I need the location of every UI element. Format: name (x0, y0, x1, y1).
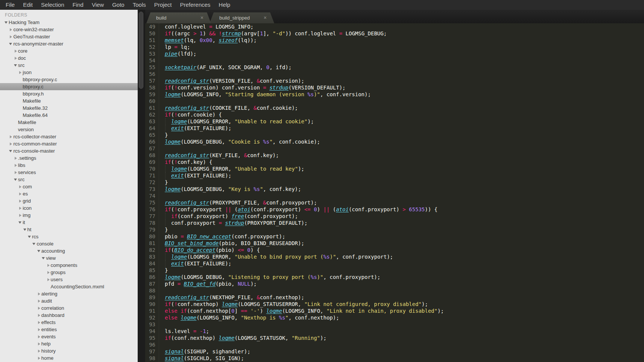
code-line-text[interactable]: if((argc > 1) && !strcmp(argv[1], "-d"))… (165, 30, 387, 37)
tree-item-ht[interactable]: ht (0, 226, 138, 233)
disclosure-collapsed-icon[interactable] (47, 278, 51, 282)
tree-item-groups[interactable]: groups (0, 269, 138, 276)
tree-item-grid[interactable]: grid (0, 197, 138, 204)
disclosure-collapsed-icon[interactable] (37, 349, 41, 353)
tree-item-json[interactable]: json (0, 69, 138, 76)
disclosure-collapsed-icon[interactable] (14, 164, 18, 167)
tree-item-rcs-console-master[interactable]: rcs-console-master (0, 147, 138, 154)
code-line-text[interactable]: readconfig_str(VERSION_FILE, &conf.versi… (165, 77, 304, 84)
disclosure-collapsed-icon[interactable] (18, 199, 23, 203)
disclosure-collapsed-icon[interactable] (9, 135, 13, 139)
disclosure-expanded-icon[interactable] (9, 149, 13, 153)
tree-item-bbproxy-c[interactable]: bbproxy.c (0, 83, 138, 90)
code-line-text[interactable]: if(conf.proxyport) free(conf.proxyport); (171, 213, 298, 220)
code-line-text[interactable]: exit(EXIT_FAILURE); (171, 172, 231, 179)
code-line-text[interactable]: socketpair(AF_UNIX, SOCK_DGRAM, 0, ifd); (165, 64, 292, 71)
tree-item-img[interactable]: img (0, 212, 138, 219)
tree-item-core-win32-master[interactable]: core-win32-master (0, 26, 138, 33)
disclosure-expanded-icon[interactable] (42, 256, 46, 260)
menu-item-help[interactable]: Help (214, 0, 234, 10)
tree-item-core[interactable]: core (0, 47, 138, 55)
code-line-text[interactable]: logme(LOGMSG_DEBUG, "Cookie is %s", conf… (165, 138, 320, 145)
menu-item-preferences[interactable]: Preferences (176, 0, 214, 10)
tree-item-users[interactable]: users (0, 276, 138, 283)
disclosure-collapsed-icon[interactable] (14, 156, 18, 160)
disclosure-collapsed-icon[interactable] (9, 28, 13, 32)
code-line-text[interactable]: logme(LOGMSG_DEBUG, "Key is %s", conf.ke… (165, 186, 301, 192)
code-line-text[interactable]: readconfig_str(COOKIE_FILE, &conf.cookie… (165, 105, 298, 111)
tree-item-help[interactable]: help (0, 340, 138, 347)
code-line-text[interactable]: if(!conf.proxyport || (atoi(conf.proxypo… (165, 206, 437, 213)
code-line-text[interactable]: logme(LOGMSG_DEBUG, "Listening to proxy … (165, 274, 380, 280)
code-line-text[interactable]: conf.loglevel = LOGMSG_INFO; (165, 23, 254, 30)
code-line-text[interactable]: } (165, 132, 168, 138)
tree-item-es[interactable]: es (0, 190, 138, 197)
disclosure-collapsed-icon[interactable] (18, 192, 23, 196)
disclosure-collapsed-icon[interactable] (37, 335, 41, 339)
code-line-text[interactable]: else logme(LOGMSG_INFO, "Nexthop is %s",… (165, 314, 339, 321)
code-line-text[interactable]: if(!conf.cookie) { (165, 111, 222, 118)
disclosure-collapsed-icon[interactable] (47, 271, 51, 274)
tree-item-makefile-32[interactable]: Makefile.32 (0, 105, 138, 112)
menu-item-file[interactable]: File (2, 0, 19, 10)
tree-item-accountingsection-mxml[interactable]: AccountingSection.mxml (0, 283, 138, 290)
tab-build[interactable]: build× (146, 12, 211, 23)
tree-item-dashboard[interactable]: dashboard (0, 312, 138, 319)
menu-item-tools[interactable]: Tools (129, 0, 150, 10)
code-line-text[interactable]: readconfig_str(NEXTHOP_FILE, &conf.nexth… (165, 294, 304, 301)
code-line-text[interactable]: readconfig_str(KEY_FILE, &conf.key); (165, 152, 279, 159)
tree-item-bbproxy-proxy-c[interactable]: bbproxy-proxy.c (0, 76, 138, 83)
code-line-text[interactable]: BIO_set_bind_mode(pbio, BIO_BIND_REUSEAD… (165, 240, 304, 247)
close-icon[interactable]: × (264, 12, 267, 23)
tree-item-components[interactable]: components (0, 262, 138, 269)
code-line-text[interactable]: logme(LOGMSG_ERROR, "Unable to bind prox… (171, 253, 393, 260)
menu-item-view[interactable]: View (88, 0, 108, 10)
tree-item-history[interactable]: history (0, 347, 138, 354)
tree-item-it[interactable]: it (0, 219, 138, 226)
disclosure-expanded-icon[interactable] (5, 21, 9, 24)
disclosure-collapsed-icon[interactable] (37, 321, 41, 324)
code-line-text[interactable]: logme(LOGMSG_ERROR, "Unable to read key"… (171, 165, 304, 172)
tree-item-doc[interactable]: doc (0, 55, 138, 62)
tree-item-console[interactable]: console (0, 240, 138, 247)
tree-item-accounting[interactable]: accounting (0, 247, 138, 254)
code-line-text[interactable]: pipe(lfd); (165, 50, 196, 57)
tree-item-geotrust-master[interactable]: GeoTrust-master (0, 33, 138, 40)
disclosure-collapsed-icon[interactable] (14, 56, 18, 60)
code-line-text[interactable]: } (165, 267, 168, 274)
tree-item-home[interactable]: home (0, 354, 138, 362)
tree-item-rcs-common-master[interactable]: rcs-common-master (0, 140, 138, 147)
tree-item-src[interactable]: src (0, 62, 138, 69)
code-view[interactable]: 49conf.loglevel = LOGMSG_INFO;50if((argc… (145, 23, 644, 362)
code-line-text[interactable]: if(!conf.nexthop) logme(LOGMSG_STATUSERR… (165, 301, 428, 307)
code-line-text[interactable]: memset(lq, 0x00, sizeof(lq)); (165, 37, 257, 44)
tree-item-rcs[interactable]: rcs (0, 233, 138, 240)
code-line-text[interactable]: logme(LOGMSG_ERROR, "Unable to read cook… (171, 118, 314, 125)
disclosure-collapsed-icon[interactable] (37, 306, 41, 310)
tree-item-hacking-team[interactable]: Hacking Team (0, 19, 138, 26)
close-icon[interactable]: × (200, 12, 204, 23)
disclosure-collapsed-icon[interactable] (18, 214, 23, 217)
disclosure-collapsed-icon[interactable] (14, 49, 18, 53)
disclosure-collapsed-icon[interactable] (47, 264, 51, 267)
tree-item-effects[interactable]: effects (0, 319, 138, 326)
code-line-text[interactable]: lp = lq; (165, 44, 190, 50)
disclosure-expanded-icon[interactable] (23, 228, 27, 232)
tree-item-makefile[interactable]: Makefile (0, 97, 138, 105)
disclosure-expanded-icon[interactable] (32, 242, 36, 246)
code-line-text[interactable]: readconfig_str(PROXYPORT_FILE, &conf.pro… (165, 199, 317, 206)
tree-item-makefile-64[interactable]: Makefile.64 (0, 112, 138, 119)
code-line-text[interactable]: pbio = BIO_new_accept(conf.proxyport); (165, 233, 285, 240)
disclosure-collapsed-icon[interactable] (9, 142, 13, 146)
code-line-text[interactable]: logme(LOGMSG_INFO, "Starting daemon (ver… (165, 91, 371, 98)
code-line-text[interactable]: if(BIO_do_accept(pbio) <= 0) { (165, 247, 260, 253)
tree-item-audit[interactable]: audit (0, 297, 138, 304)
code-line-text[interactable]: exit(EXIT_FAILURE); (171, 125, 231, 132)
code-line-text[interactable]: ls.level = -1; (165, 328, 209, 335)
disclosure-collapsed-icon[interactable] (18, 206, 23, 210)
tree-item-alerting[interactable]: alerting (0, 290, 138, 297)
menu-item-goto[interactable]: Goto (108, 0, 129, 10)
disclosure-collapsed-icon[interactable] (37, 299, 41, 303)
code-line-text[interactable]: conf.proxyport = strdup(PROXYPORT_DEFAUL… (171, 220, 307, 226)
sidebar-scrollbar-thumb[interactable] (139, 12, 143, 89)
